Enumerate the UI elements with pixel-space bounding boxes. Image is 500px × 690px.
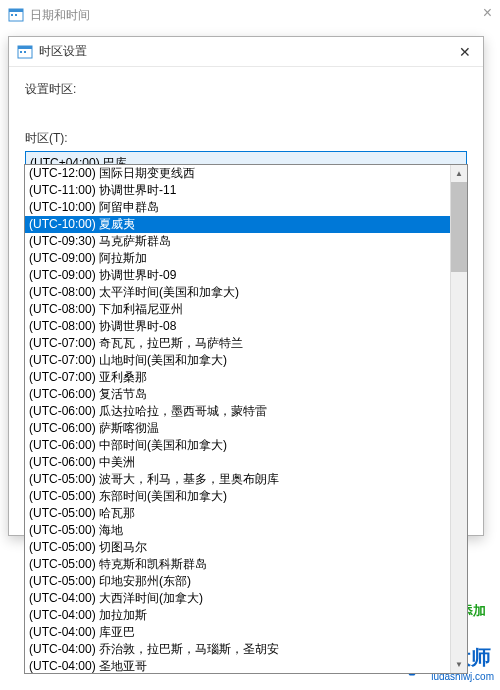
dropdown-item[interactable]: (UTC-11:00) 协调世界时-11: [25, 182, 450, 199]
triangle-up-icon: ▲: [455, 169, 463, 178]
dropdown-item[interactable]: (UTC-07:00) 亚利桑那: [25, 369, 450, 386]
svg-rect-3: [15, 14, 17, 16]
parent-window-title: 日期和时间: [30, 7, 492, 24]
set-timezone-label: 设置时区:: [25, 81, 467, 98]
dropdown-item[interactable]: (UTC-05:00) 哈瓦那: [25, 505, 450, 522]
dropdown-item[interactable]: (UTC-09:00) 阿拉斯加: [25, 250, 450, 267]
dropdown-item[interactable]: (UTC-05:00) 切图马尔: [25, 539, 450, 556]
datetime-icon: [17, 44, 33, 60]
dropdown-item[interactable]: (UTC-04:00) 圣地亚哥: [25, 658, 450, 673]
dropdown-item[interactable]: (UTC-04:00) 加拉加斯: [25, 607, 450, 624]
dropdown-item[interactable]: (UTC-08:00) 协调世界时-08: [25, 318, 450, 335]
dialog-title: 时区设置: [39, 43, 455, 60]
datetime-icon: [8, 7, 24, 23]
parent-close-button[interactable]: ×: [483, 4, 492, 22]
scrollbar-up-button[interactable]: ▲: [451, 165, 467, 182]
dropdown-item[interactable]: (UTC-06:00) 萨斯喀彻温: [25, 420, 450, 437]
timezone-dropdown[interactable]: (UTC-12:00) 国际日期变更线西(UTC-11:00) 协调世界时-11…: [24, 164, 468, 674]
dropdown-item[interactable]: (UTC-09:30) 马克萨斯群岛: [25, 233, 450, 250]
dropdown-item[interactable]: (UTC-10:00) 阿留申群岛: [25, 199, 450, 216]
dropdown-item[interactable]: (UTC-08:00) 太平洋时间(美国和加拿大): [25, 284, 450, 301]
dropdown-item[interactable]: (UTC-06:00) 中美洲: [25, 454, 450, 471]
scrollbar-thumb[interactable]: [451, 182, 467, 272]
triangle-down-icon: ▼: [455, 660, 463, 669]
dropdown-list[interactable]: (UTC-12:00) 国际日期变更线西(UTC-11:00) 协调世界时-11…: [25, 165, 450, 673]
svg-rect-6: [20, 51, 22, 53]
scrollbar-down-button[interactable]: ▼: [451, 656, 467, 673]
dropdown-item[interactable]: (UTC-06:00) 中部时间(美国和加拿大): [25, 437, 450, 454]
dropdown-item[interactable]: (UTC-05:00) 印地安那州(东部): [25, 573, 450, 590]
svg-rect-5: [18, 46, 32, 49]
dropdown-item[interactable]: (UTC-08:00) 下加利福尼亚州: [25, 301, 450, 318]
dropdown-item[interactable]: (UTC-05:00) 波哥大，利马，基多，里奥布朗库: [25, 471, 450, 488]
dropdown-item[interactable]: (UTC-05:00) 东部时间(美国和加拿大): [25, 488, 450, 505]
dropdown-scrollbar[interactable]: ▲ ▼: [450, 165, 467, 673]
svg-rect-2: [11, 14, 13, 16]
dropdown-item[interactable]: (UTC-07:00) 山地时间(美国和加拿大): [25, 352, 450, 369]
timezone-field-label: 时区(T):: [25, 130, 467, 147]
svg-rect-7: [24, 51, 26, 53]
dropdown-item[interactable]: (UTC-09:00) 协调世界时-09: [25, 267, 450, 284]
dropdown-item[interactable]: (UTC-07:00) 奇瓦瓦，拉巴斯，马萨特兰: [25, 335, 450, 352]
svg-rect-1: [9, 9, 23, 12]
dropdown-item[interactable]: (UTC-10:00) 夏威夷: [25, 216, 450, 233]
dropdown-item[interactable]: (UTC-05:00) 特克斯和凯科斯群岛: [25, 556, 450, 573]
dropdown-item[interactable]: (UTC-04:00) 乔治敦，拉巴斯，马瑙斯，圣胡安: [25, 641, 450, 658]
dropdown-item[interactable]: (UTC-04:00) 库亚巴: [25, 624, 450, 641]
dropdown-item[interactable]: (UTC-12:00) 国际日期变更线西: [25, 165, 450, 182]
dropdown-item[interactable]: (UTC-06:00) 瓜达拉哈拉，墨西哥城，蒙特雷: [25, 403, 450, 420]
dialog-close-button[interactable]: ✕: [455, 44, 475, 60]
dropdown-item[interactable]: (UTC-06:00) 复活节岛: [25, 386, 450, 403]
dialog-titlebar: 时区设置 ✕: [9, 37, 483, 67]
dropdown-item[interactable]: (UTC-05:00) 海地: [25, 522, 450, 539]
dropdown-item[interactable]: (UTC-04:00) 大西洋时间(加拿大): [25, 590, 450, 607]
parent-window-titlebar: 日期和时间 ×: [0, 0, 500, 30]
